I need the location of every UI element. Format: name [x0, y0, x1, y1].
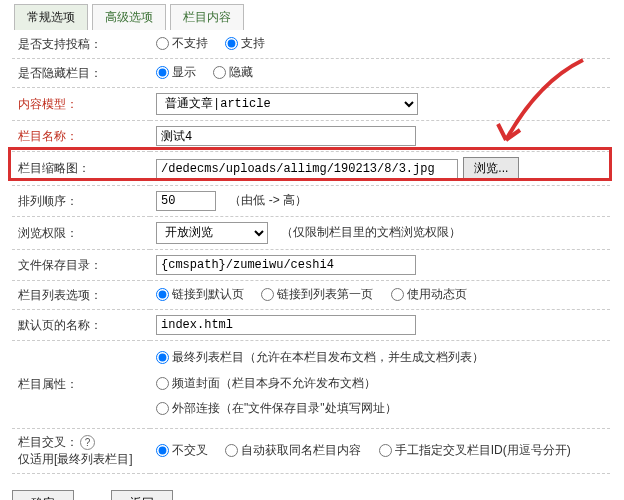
radio-show[interactable]: 显示 [156, 64, 196, 81]
sort-input[interactable] [156, 191, 216, 211]
label-cross: 栏目交叉：? 仅适用[最终列表栏目] [12, 429, 150, 474]
radio-not-support[interactable]: 不支持 [156, 35, 208, 52]
label-perm: 浏览权限： [12, 217, 150, 250]
default-page-input[interactable] [156, 315, 416, 335]
radio-cross-none[interactable]: 不交叉 [156, 442, 208, 459]
footer-buttons: 确定 返回 [0, 482, 624, 500]
label-content-model: 内容模型： [12, 88, 150, 121]
col-name-input[interactable] [156, 126, 416, 146]
label-col-name: 栏目名称： [12, 121, 150, 152]
radio-attr-channel[interactable]: 频道封面（栏目本身不允许发布文档） [156, 372, 376, 395]
label-col-attr: 栏目属性： [12, 341, 150, 429]
help-icon[interactable]: ? [80, 435, 95, 450]
radio-link-first[interactable]: 链接到列表第一页 [261, 286, 373, 303]
sort-note: （由低 -> 高） [229, 193, 307, 207]
radio-support[interactable]: 支持 [225, 35, 265, 52]
tab-content[interactable]: 栏目内容 [170, 4, 244, 30]
thumb-path-input[interactable] [156, 159, 458, 179]
form-table: 是否支持投稿： 不支持 支持 是否隐藏栏目： 显示 隐藏 内容模型： 普通文章|… [12, 30, 610, 474]
label-hidden: 是否隐藏栏目： [12, 59, 150, 88]
label-listopt: 栏目列表选项： [12, 281, 150, 310]
label-thumb: 栏目缩略图： [12, 152, 150, 186]
content-model-select[interactable]: 普通文章|article [156, 93, 418, 115]
radio-cross-manual[interactable]: 手工指定交叉栏目ID(用逗号分开) [379, 442, 571, 459]
form-panel: 常规选项 高级选项 栏目内容 是否支持投稿： 不支持 支持 是否隐藏栏目： 显示… [0, 0, 624, 500]
radio-hide[interactable]: 隐藏 [213, 64, 253, 81]
savepath-input[interactable] [156, 255, 416, 275]
radio-attr-external[interactable]: 外部连接（在"文件保存目录"处填写网址） [156, 397, 397, 420]
perm-select[interactable]: 开放浏览 [156, 222, 268, 244]
label-sort: 排列顺序： [12, 186, 150, 217]
radio-dynamic[interactable]: 使用动态页 [391, 286, 467, 303]
label-support-post: 是否支持投稿： [12, 30, 150, 59]
browse-button[interactable]: 浏览... [463, 157, 519, 180]
radio-cross-auto[interactable]: 自动获取同名栏目内容 [225, 442, 361, 459]
radio-attr-final[interactable]: 最终列表栏目（允许在本栏目发布文档，并生成文档列表） [156, 346, 484, 369]
tabs: 常规选项 高级选项 栏目内容 [0, 0, 624, 30]
perm-note: （仅限制栏目里的文档浏览权限） [281, 225, 461, 239]
tab-advanced[interactable]: 高级选项 [92, 4, 166, 30]
ok-button[interactable]: 确定 [12, 490, 74, 500]
radio-link-default[interactable]: 链接到默认页 [156, 286, 244, 303]
back-button[interactable]: 返回 [111, 490, 173, 500]
label-savepath: 文件保存目录： [12, 250, 150, 281]
label-default-page: 默认页的名称： [12, 310, 150, 341]
tab-general[interactable]: 常规选项 [14, 4, 88, 30]
